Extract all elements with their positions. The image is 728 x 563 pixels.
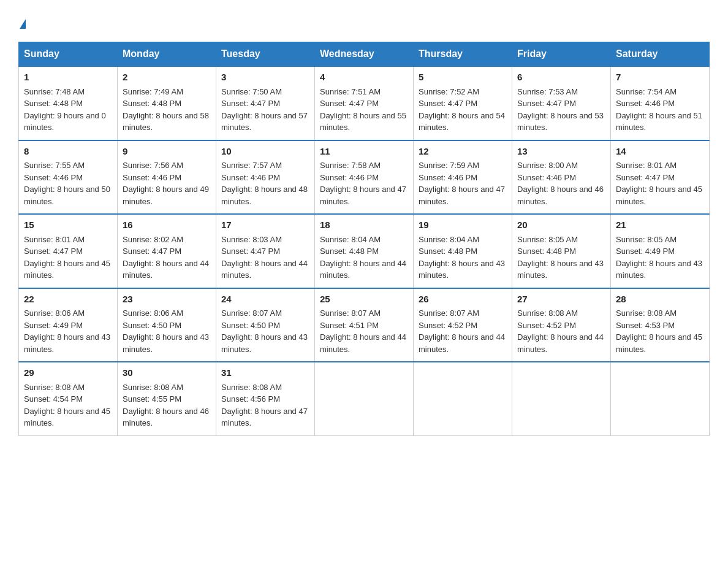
day-number: 24 [221, 293, 309, 307]
day-cell-12: 12Sunrise: 7:59 AMSunset: 4:46 PMDayligh… [414, 140, 512, 215]
day-sunrise: Sunrise: 7:49 AM [123, 87, 183, 96]
day-cell-19: 19Sunrise: 8:04 AMSunset: 4:48 PMDayligh… [414, 214, 512, 288]
day-daylight: Daylight: 8 hours and 45 minutes. [24, 407, 110, 428]
week-row-3: 15Sunrise: 8:01 AMSunset: 4:47 PMDayligh… [19, 214, 710, 288]
day-cell-20: 20Sunrise: 8:05 AMSunset: 4:48 PMDayligh… [512, 214, 611, 288]
week-row-1: 1Sunrise: 7:48 AMSunset: 4:48 PMDaylight… [19, 66, 710, 140]
day-cell-13: 13Sunrise: 8:00 AMSunset: 4:46 PMDayligh… [512, 140, 611, 215]
day-sunrise: Sunrise: 8:05 AM [616, 235, 677, 244]
day-daylight: Daylight: 8 hours and 45 minutes. [616, 185, 702, 206]
day-daylight: Daylight: 8 hours and 43 minutes. [123, 332, 209, 354]
page-header [18, 12, 710, 29]
col-monday: Monday [118, 42, 216, 67]
day-number: 6 [517, 71, 605, 85]
day-sunset: Sunset: 4:46 PM [517, 173, 576, 182]
day-daylight: Daylight: 8 hours and 51 minutes. [616, 111, 702, 132]
day-number: 27 [517, 293, 605, 307]
day-sunrise: Sunrise: 8:07 AM [320, 308, 381, 318]
day-cell-25: 25Sunrise: 8:07 AMSunset: 4:51 PMDayligh… [315, 288, 414, 362]
day-number: 10 [221, 145, 309, 159]
day-daylight: Daylight: 8 hours and 44 minutes. [320, 332, 406, 354]
logo [18, 12, 26, 29]
day-daylight: Daylight: 8 hours and 46 minutes. [123, 407, 209, 428]
day-daylight: Daylight: 8 hours and 47 minutes. [221, 407, 308, 428]
day-sunrise: Sunrise: 8:08 AM [616, 308, 677, 318]
day-sunset: Sunset: 4:51 PM [320, 321, 379, 330]
day-sunrise: Sunrise: 8:02 AM [123, 235, 183, 244]
day-sunset: Sunset: 4:48 PM [419, 247, 477, 256]
day-cell-30: 30Sunrise: 8:08 AMSunset: 4:55 PMDayligh… [118, 362, 216, 435]
day-daylight: Daylight: 8 hours and 50 minutes. [24, 185, 110, 206]
day-sunset: Sunset: 4:48 PM [517, 247, 576, 256]
col-wednesday: Wednesday [315, 42, 414, 67]
day-number: 13 [517, 145, 605, 159]
day-cell-1: 1Sunrise: 7:48 AMSunset: 4:48 PMDaylight… [19, 66, 118, 140]
day-cell-4: 4Sunrise: 7:51 AMSunset: 4:47 PMDaylight… [315, 66, 414, 140]
day-daylight: Daylight: 8 hours and 44 minutes. [517, 332, 604, 354]
day-daylight: Daylight: 8 hours and 55 minutes. [320, 111, 406, 132]
day-sunset: Sunset: 4:47 PM [616, 173, 675, 182]
day-sunrise: Sunrise: 8:06 AM [123, 308, 183, 318]
day-cell-16: 16Sunrise: 8:02 AMSunset: 4:47 PMDayligh… [118, 214, 216, 288]
day-number: 7 [616, 71, 704, 85]
day-daylight: Daylight: 8 hours and 45 minutes. [24, 259, 110, 280]
day-sunrise: Sunrise: 8:05 AM [517, 235, 578, 244]
day-daylight: Daylight: 8 hours and 43 minutes. [221, 332, 308, 354]
day-daylight: Daylight: 8 hours and 47 minutes. [320, 185, 406, 206]
day-cell-9: 9Sunrise: 7:56 AMSunset: 4:46 PMDaylight… [118, 140, 216, 215]
week-row-2: 8Sunrise: 7:55 AMSunset: 4:46 PMDaylight… [19, 140, 710, 215]
day-cell-17: 17Sunrise: 8:03 AMSunset: 4:47 PMDayligh… [216, 214, 315, 288]
day-daylight: Daylight: 8 hours and 57 minutes. [221, 111, 308, 132]
day-number: 29 [24, 366, 112, 380]
day-sunset: Sunset: 4:46 PM [24, 173, 83, 182]
day-daylight: Daylight: 8 hours and 54 minutes. [419, 111, 505, 132]
col-friday: Friday [512, 42, 611, 67]
day-number: 1 [24, 71, 112, 85]
day-cell-15: 15Sunrise: 8:01 AMSunset: 4:47 PMDayligh… [19, 214, 118, 288]
day-cell-14: 14Sunrise: 8:01 AMSunset: 4:47 PMDayligh… [611, 140, 710, 215]
day-sunset: Sunset: 4:50 PM [221, 321, 280, 330]
day-sunrise: Sunrise: 8:07 AM [419, 308, 479, 318]
day-number: 21 [616, 218, 704, 232]
day-sunset: Sunset: 4:52 PM [517, 321, 576, 330]
day-sunset: Sunset: 4:56 PM [221, 394, 280, 404]
day-sunrise: Sunrise: 8:08 AM [123, 383, 183, 392]
day-number: 5 [419, 71, 507, 85]
day-number: 11 [320, 145, 408, 159]
day-daylight: Daylight: 8 hours and 43 minutes. [24, 332, 110, 354]
day-daylight: Daylight: 8 hours and 44 minutes. [221, 259, 308, 280]
day-daylight: Daylight: 8 hours and 43 minutes. [517, 259, 604, 280]
day-cell-22: 22Sunrise: 8:06 AMSunset: 4:49 PMDayligh… [19, 288, 118, 362]
day-cell- [414, 362, 512, 435]
day-cell-5: 5Sunrise: 7:52 AMSunset: 4:47 PMDaylight… [414, 66, 512, 140]
day-daylight: Daylight: 9 hours and 0 minutes. [24, 111, 106, 132]
day-sunrise: Sunrise: 8:04 AM [419, 235, 479, 244]
day-sunrise: Sunrise: 7:56 AM [123, 161, 183, 170]
day-daylight: Daylight: 8 hours and 58 minutes. [123, 111, 209, 132]
day-cell-28: 28Sunrise: 8:08 AMSunset: 4:53 PMDayligh… [611, 288, 710, 362]
day-cell- [315, 362, 414, 435]
day-sunrise: Sunrise: 7:48 AM [24, 87, 85, 96]
day-cell- [611, 362, 710, 435]
day-daylight: Daylight: 8 hours and 43 minutes. [616, 259, 702, 280]
day-sunrise: Sunrise: 8:08 AM [221, 383, 282, 392]
day-sunrise: Sunrise: 7:55 AM [24, 161, 85, 170]
day-daylight: Daylight: 8 hours and 53 minutes. [517, 111, 604, 132]
col-sunday: Sunday [19, 42, 118, 67]
day-number: 9 [123, 145, 211, 159]
day-sunset: Sunset: 4:47 PM [221, 99, 280, 108]
col-saturday: Saturday [611, 42, 710, 67]
day-sunset: Sunset: 4:46 PM [221, 173, 280, 182]
day-daylight: Daylight: 8 hours and 44 minutes. [419, 332, 505, 354]
day-sunrise: Sunrise: 7:59 AM [419, 161, 479, 170]
day-daylight: Daylight: 8 hours and 45 minutes. [616, 332, 702, 354]
day-daylight: Daylight: 8 hours and 46 minutes. [517, 185, 604, 206]
calendar-table: Sunday Monday Tuesday Wednesday Thursday… [18, 42, 710, 436]
day-number: 17 [221, 218, 309, 232]
day-cell-11: 11Sunrise: 7:58 AMSunset: 4:46 PMDayligh… [315, 140, 414, 215]
day-sunset: Sunset: 4:46 PM [320, 173, 379, 182]
calendar-header: Sunday Monday Tuesday Wednesday Thursday… [19, 42, 710, 67]
day-number: 20 [517, 218, 605, 232]
day-sunset: Sunset: 4:50 PM [123, 321, 181, 330]
day-sunrise: Sunrise: 7:51 AM [320, 87, 381, 96]
